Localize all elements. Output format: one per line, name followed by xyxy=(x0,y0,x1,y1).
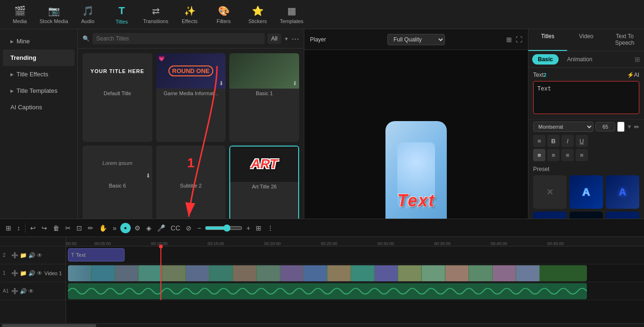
video-clip[interactable] xyxy=(68,265,587,281)
text-input[interactable]: Text xyxy=(533,81,639,114)
draw-button[interactable]: ✏ xyxy=(86,223,95,233)
more-button[interactable]: » xyxy=(111,223,118,233)
filter-button[interactable]: All xyxy=(268,33,281,44)
toolbar-stock-label: Stock Media xyxy=(40,18,68,24)
ruler-mark-5: 00:05:00 xyxy=(94,241,111,246)
expand-panel-icon[interactable]: ⊞ xyxy=(635,56,640,63)
add-track-icon[interactable]: ➕ xyxy=(11,252,18,259)
font-color-swatch[interactable] xyxy=(617,122,625,132)
preset-blue-solid[interactable]: A xyxy=(606,175,639,209)
add-track-icon[interactable]: ➕ xyxy=(11,288,18,294)
card-text: 1 xyxy=(187,155,195,171)
crop-button[interactable]: ⊡ xyxy=(75,223,84,233)
track-row-video-1 xyxy=(66,264,644,282)
toolbar-transitions[interactable]: ⇄ Transitions xyxy=(140,1,172,28)
video-frame xyxy=(92,265,115,281)
title-card-default[interactable]: YOUR TITLE HERE Default Title xyxy=(83,53,152,142)
toolbar-stock-media[interactable]: 📷 Stock Media xyxy=(38,1,70,28)
bold-button[interactable]: B xyxy=(547,135,560,147)
delete-button[interactable]: 🗑 xyxy=(51,223,61,233)
transitions-icon: ⇄ xyxy=(152,5,160,16)
zoom-slider[interactable] xyxy=(205,224,243,232)
caption-button[interactable]: CC xyxy=(169,223,182,233)
sidebar-item-title-effects[interactable]: ▶ Title Effects xyxy=(3,66,75,82)
audio-track-icon[interactable]: 🔊 xyxy=(20,288,27,294)
sidebar-item-trending[interactable]: Trending xyxy=(3,49,75,66)
toolbar-stickers[interactable]: ⭐ Stickers xyxy=(242,1,274,28)
sub-tab-basic[interactable]: Basic xyxy=(532,54,559,65)
preset-label: Preset xyxy=(533,166,639,172)
toolbar-filters[interactable]: 🎨 Filters xyxy=(208,1,240,28)
split-audio-button[interactable]: ⊘ xyxy=(184,223,193,233)
add-track-icon[interactable]: ➕ xyxy=(11,270,18,277)
align-center-button[interactable]: ≡ xyxy=(547,149,560,161)
ripple-button[interactable]: ↕ xyxy=(15,223,22,233)
expand-icon[interactable]: ⛶ xyxy=(516,36,522,43)
chevron-down-icon: ▼ xyxy=(284,36,289,41)
quality-select[interactable]: Full Quality High Quality Medium Quality xyxy=(387,34,445,45)
horizontal-scrollbar[interactable] xyxy=(0,323,644,327)
video-frame xyxy=(493,265,516,281)
eye-icon[interactable]: 👁 xyxy=(37,270,42,277)
pan-button[interactable]: ✋ xyxy=(97,223,109,233)
toolbar-templates-label: Templates xyxy=(280,18,303,24)
preset-blue-outline[interactable]: A xyxy=(569,175,603,209)
tab-titles[interactable]: Titles xyxy=(528,29,567,51)
zoom-out-button[interactable]: − xyxy=(195,223,203,233)
grid-view-icon[interactable]: ⊞ xyxy=(506,36,512,43)
folder-icon[interactable]: 📁 xyxy=(20,252,27,259)
more-layout-button[interactable]: ⋮ xyxy=(265,223,276,233)
font-size-input[interactable] xyxy=(595,122,615,131)
search-input[interactable] xyxy=(92,33,265,44)
columns-format-button[interactable]: ≡ xyxy=(533,135,545,147)
audio-track-icon[interactable]: 🔊 xyxy=(28,270,35,277)
timeline-tracks: 2 ➕ 📁 🔊 👁 1 ➕ 📁 🔊 👁 Video 1 xyxy=(0,237,644,323)
cut-button[interactable]: ✂ xyxy=(63,223,73,233)
toolbar-audio[interactable]: 🎵 Audio xyxy=(72,1,104,28)
underline-button[interactable]: U xyxy=(576,135,588,147)
align-right-button[interactable]: ≡ xyxy=(561,149,574,161)
audio-clip[interactable] xyxy=(68,283,587,299)
toolbar-effects[interactable]: ✨ Effects xyxy=(174,1,206,28)
tab-text-to-speech[interactable]: Text To Speech xyxy=(605,29,644,51)
add-track-button[interactable]: ⊞ xyxy=(4,223,13,233)
audio-track-icon[interactable]: 🔊 xyxy=(28,252,35,259)
track-row-2: T Text xyxy=(66,246,644,264)
toolbar-titles[interactable]: T Titles xyxy=(106,1,138,28)
video-frame xyxy=(186,265,209,281)
eye-icon[interactable]: 👁 xyxy=(28,288,34,294)
title-card-basic-1[interactable]: ⬇ Basic 1 xyxy=(229,53,299,142)
title-card-game-media[interactable]: 💗 ROUND ONE ⬇ Game Media Informat... xyxy=(156,53,226,142)
track-icons: ➕ 📁 🔊 👁 xyxy=(11,270,42,277)
zoom-in-button[interactable]: + xyxy=(244,223,252,233)
toolbar-templates[interactable]: ▦ Templates xyxy=(276,1,308,28)
sub-tab-animation[interactable]: Animation xyxy=(561,54,598,65)
redo-button[interactable]: ↪ xyxy=(40,223,49,233)
align-justify-button[interactable]: ≡ xyxy=(576,149,588,161)
eye-icon[interactable]: 👁 xyxy=(37,252,42,259)
toolbar-effects-label: Effects xyxy=(182,18,197,24)
eyedropper-button[interactable]: ✏ xyxy=(634,123,639,131)
settings-button[interactable]: ⚙ xyxy=(133,223,142,233)
video-frame xyxy=(304,265,327,281)
video-frame xyxy=(327,265,351,281)
toolbar-media[interactable]: 🎬 Media xyxy=(4,1,36,28)
mic-button[interactable]: 🎤 xyxy=(155,223,167,233)
tab-video[interactable]: Video xyxy=(567,29,606,51)
layout-button[interactable]: ⊞ xyxy=(254,223,263,233)
italic-button[interactable]: I xyxy=(561,135,574,147)
sidebar-item-title-templates[interactable]: ▶ Title Templates xyxy=(3,82,75,99)
text-clip[interactable]: T Text xyxy=(68,248,125,262)
sidebar-item-ai-captions[interactable]: AI Captions xyxy=(3,99,75,115)
marker-button[interactable]: ◈ xyxy=(144,223,153,233)
scrollbar-thumb[interactable] xyxy=(2,324,96,327)
folder-icon[interactable]: 📁 xyxy=(20,270,27,277)
undo-button[interactable]: ↩ xyxy=(28,223,38,233)
font-family-select[interactable]: Montserrat Arial Times New Roman xyxy=(533,122,594,132)
align-left-button[interactable]: ≡ xyxy=(533,149,545,161)
preset-none[interactable] xyxy=(533,175,567,209)
more-options-button[interactable]: ⋯ xyxy=(292,34,299,43)
voice-button[interactable]: ● xyxy=(120,223,131,233)
preview-header-icons: ⊞ ⛶ xyxy=(506,36,522,43)
sidebar-item-mine[interactable]: ▶ Mine xyxy=(3,33,75,49)
